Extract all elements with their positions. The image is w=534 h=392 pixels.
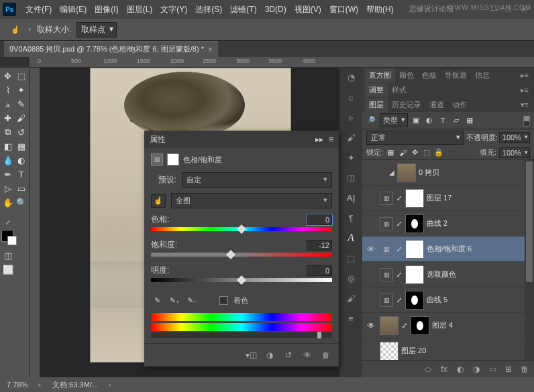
gradient-tool[interactable]: ▦ xyxy=(15,139,28,153)
layer-name[interactable]: 0 拷贝 xyxy=(419,168,439,178)
eyedropper-plus-icon[interactable]: ✎₊ xyxy=(168,294,180,306)
link-icon[interactable]: ⑇ xyxy=(396,245,403,253)
vtab-icon[interactable]: ☼ xyxy=(343,89,359,105)
layer-row[interactable]: ▥⑇图层 17 xyxy=(362,186,534,211)
panel-menu-icon[interactable]: ≡ xyxy=(329,135,333,144)
marquee-tool[interactable]: ⬚ xyxy=(15,69,28,82)
color-range-select[interactable]: 全图 xyxy=(171,193,332,208)
tab-actions[interactable]: 动作 xyxy=(448,98,471,112)
filter-smart-icon[interactable]: ▦ xyxy=(464,115,475,126)
link-icon[interactable]: ⑇ xyxy=(396,194,403,202)
link-icon[interactable]: ⑇ xyxy=(401,322,408,329)
vtab-icon[interactable]: ⬚ xyxy=(343,250,359,266)
color-swap-icon[interactable]: ⤢ xyxy=(1,216,15,229)
menu-edit[interactable]: 编辑(E) xyxy=(56,1,91,18)
lock-all-icon[interactable]: 🔒 xyxy=(434,148,443,157)
panel-menu-icon[interactable]: ▸≡ xyxy=(518,86,531,94)
brush-tool[interactable]: 🖌 xyxy=(15,111,28,125)
delete-layer-icon[interactable]: 🗑 xyxy=(519,364,530,375)
vtab-icon[interactable]: ¶ xyxy=(343,210,359,226)
layer-thumb[interactable] xyxy=(380,316,398,335)
finger-tool-icon[interactable]: ☝ xyxy=(8,22,23,37)
mask-thumb[interactable] xyxy=(405,240,424,259)
filter-pixel-icon[interactable]: ▣ xyxy=(411,115,421,126)
layer-name[interactable]: 曲线 2 xyxy=(427,218,447,228)
mask-thumb[interactable] xyxy=(411,316,429,335)
tab-history[interactable]: 历史记录 xyxy=(388,98,425,112)
vtab-icon[interactable]: ◔ xyxy=(343,69,359,85)
dodge-tool[interactable]: ◐ xyxy=(15,153,28,167)
tab-histogram[interactable]: 直方图 xyxy=(365,68,395,82)
eyedropper-tool[interactable]: ✎ xyxy=(15,97,28,111)
background-color[interactable] xyxy=(7,236,17,245)
vtab-icon[interactable]: A| xyxy=(343,190,359,206)
saturation-input[interactable]: -12 xyxy=(307,240,332,251)
lock-artboard-icon[interactable]: ⬚ xyxy=(422,148,431,157)
lock-transparent-icon[interactable]: ▦ xyxy=(386,148,395,157)
mask-thumb[interactable] xyxy=(405,189,424,208)
menu-select[interactable]: 选择(S) xyxy=(191,1,226,18)
tab-layers[interactable]: 图层 xyxy=(365,98,388,112)
lightness-slider[interactable] xyxy=(151,278,332,285)
group-icon[interactable]: ▭ xyxy=(487,364,498,375)
menu-file[interactable]: 文件(F) xyxy=(21,1,56,18)
properties-header[interactable]: 属性 ▸▸ ≡ xyxy=(144,131,339,148)
wand-tool[interactable]: ✦ xyxy=(15,83,28,96)
crop-tool[interactable]: ⟁ xyxy=(1,97,14,111)
saturation-slider[interactable] xyxy=(151,253,332,259)
shape-tool[interactable]: ▭ xyxy=(15,182,28,195)
vtab-icon[interactable]: A xyxy=(343,230,359,246)
zoom-chevron-icon[interactable]: ▸ xyxy=(38,381,42,388)
type-tool[interactable]: T xyxy=(15,168,28,181)
menu-3d[interactable]: 3D(D) xyxy=(261,2,290,17)
mask-thumb[interactable] xyxy=(405,265,424,284)
mask-thumb[interactable] xyxy=(405,291,424,310)
tab-channels[interactable]: 通道 xyxy=(425,98,448,112)
mask-mode-icon[interactable] xyxy=(167,153,179,166)
layer-name[interactable]: 色相/饱和度 6 xyxy=(427,244,472,254)
sample-size-select[interactable]: 取样点 xyxy=(76,22,117,38)
panel-menu-icon[interactable]: ▸≡ xyxy=(518,71,531,80)
close-tab-icon[interactable]: × xyxy=(208,45,213,54)
eraser-tool[interactable]: ◧ xyxy=(1,139,14,153)
eyedropper-icon[interactable]: ✎ xyxy=(151,294,163,306)
tab-adjustments[interactable]: 调整 xyxy=(365,83,388,97)
targeted-adjust-tool[interactable]: ☝ xyxy=(151,194,166,208)
tab-color[interactable]: 颜色 xyxy=(395,68,418,82)
visibility-toggle[interactable]: 👁 xyxy=(365,321,377,330)
colorize-checkbox[interactable] xyxy=(219,296,228,305)
filter-adjust-icon[interactable]: ◐ xyxy=(424,115,435,126)
fill-input[interactable]: 100% xyxy=(499,147,530,158)
link-icon[interactable]: ⑇ xyxy=(396,296,403,304)
visibility-icon[interactable]: 👁 xyxy=(301,349,313,361)
foreground-color[interactable] xyxy=(1,230,13,242)
previous-state-icon[interactable]: ◑ xyxy=(264,349,276,361)
hand-tool[interactable]: ✋ xyxy=(1,196,14,209)
layer-filter-select[interactable]: 类型 xyxy=(380,113,408,127)
menu-image[interactable]: 图像(I) xyxy=(91,1,122,18)
mask-thumb[interactable] xyxy=(405,214,424,233)
layer-thumb[interactable] xyxy=(397,164,416,182)
menu-window[interactable]: 窗口(W) xyxy=(325,1,362,18)
fx-icon[interactable]: fx xyxy=(439,364,449,375)
menu-help[interactable]: 帮助(H) xyxy=(362,1,398,18)
vtab-icon[interactable]: ⟐ xyxy=(343,109,359,125)
tab-styles[interactable]: 样式 xyxy=(388,83,411,97)
quick-mask-tool[interactable]: ◫ xyxy=(1,249,15,262)
clip-to-layer-icon[interactable]: ▾◫ xyxy=(245,349,257,361)
adjustment-icon[interactable]: ◑ xyxy=(471,364,482,375)
lock-position-icon[interactable]: ✥ xyxy=(410,148,419,157)
tab-info[interactable]: 信息 xyxy=(471,68,494,82)
menu-type[interactable]: 文字(Y) xyxy=(156,1,191,18)
layer-name[interactable]: 图层 17 xyxy=(427,193,451,203)
layer-name[interactable]: 图层 20 xyxy=(401,346,426,356)
vtab-icon[interactable]: 🖌 xyxy=(343,290,359,306)
path-tool[interactable]: ▷ xyxy=(1,182,14,195)
vtab-icon[interactable]: ◎ xyxy=(343,270,359,286)
tab-swatches[interactable]: 色板 xyxy=(418,68,441,82)
zoom-tool[interactable]: 🔍 xyxy=(15,196,28,209)
status-chevron-icon[interactable]: ▸ xyxy=(109,381,112,388)
layer-row[interactable]: ▥⑇选取颜色 xyxy=(362,262,534,287)
healing-tool[interactable]: ✚ xyxy=(1,111,14,125)
menu-layer[interactable]: 图层(L) xyxy=(123,1,157,18)
